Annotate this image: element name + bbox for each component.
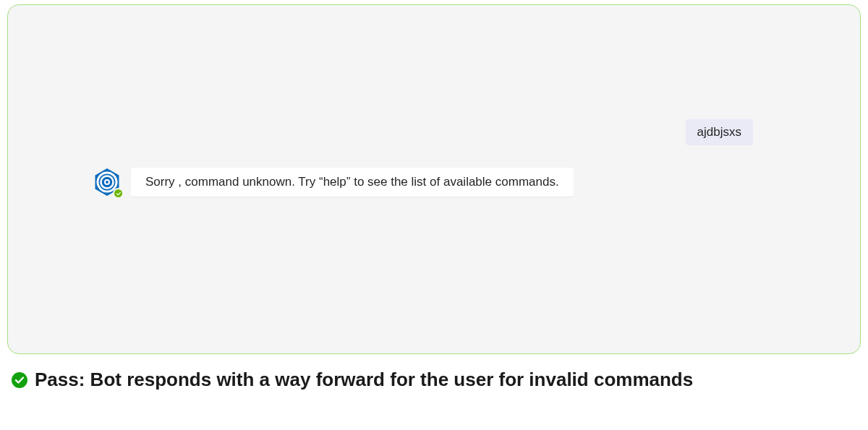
bot-avatar — [92, 167, 122, 197]
bot-message-text: Sorry , command unknown. Try “help” to s… — [145, 175, 559, 189]
user-message-bubble: ajdbjsxs — [686, 119, 753, 145]
bot-message-row: Sorry , command unknown. Try “help” to s… — [92, 167, 574, 197]
caption-row: Pass: Bot responds with a way forward fo… — [12, 367, 851, 392]
chat-panel: ajdbjsxs Sorry , command unknown. Try “h… — [7, 4, 861, 354]
pass-check-icon — [12, 372, 27, 388]
svg-point-5 — [12, 372, 27, 388]
presence-available-icon — [113, 188, 124, 199]
caption-text: Pass: Bot responds with a way forward fo… — [35, 367, 693, 392]
bot-message-bubble: Sorry , command unknown. Try “help” to s… — [131, 168, 574, 197]
svg-point-4 — [106, 181, 109, 184]
user-message-text: ajdbjsxs — [697, 125, 741, 139]
